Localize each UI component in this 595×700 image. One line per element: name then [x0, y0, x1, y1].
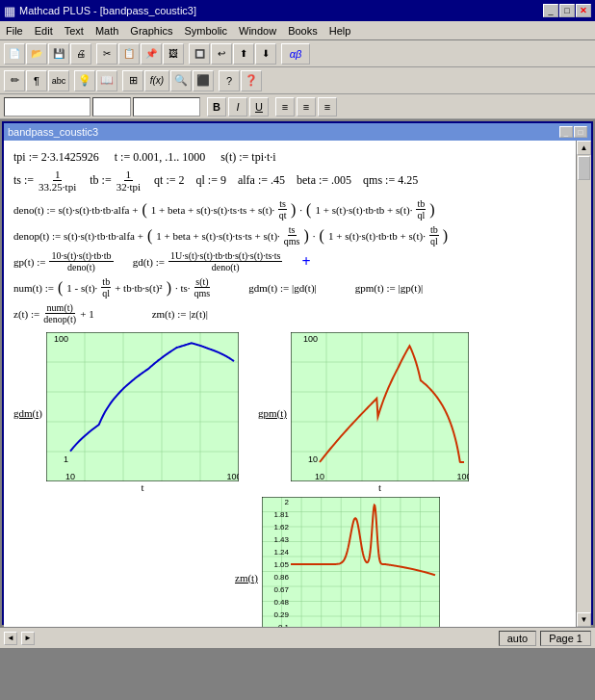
close-btn[interactable]: ✕ [576, 4, 591, 17]
tb-paste[interactable]: 📌 [141, 43, 162, 65]
format-italic[interactable]: I [228, 97, 247, 117]
formula-qt: qt := 2 [154, 173, 184, 188]
status-mode: auto [499, 631, 536, 646]
format-align-center[interactable]: ≡ [297, 97, 316, 117]
tb2-paragraph[interactable]: ¶ [26, 70, 47, 91]
scroll-left-btn[interactable]: ◄ [4, 632, 17, 645]
font-name-box[interactable] [4, 97, 91, 117]
tb2-fx[interactable]: f(x) [144, 70, 169, 91]
scroll-up-arrow[interactable]: ▲ [577, 141, 591, 155]
tb-copy[interactable]: 📋 [118, 43, 140, 65]
gdm-y-label: gdm(t) [13, 407, 42, 419]
tb-cut[interactable]: ✂ [96, 43, 117, 65]
gdm-chart-canvas [46, 332, 239, 481]
menu-graphics[interactable]: Graphics [124, 23, 178, 39]
tb-frame[interactable]: 🖼 [163, 43, 184, 65]
format-underline[interactable]: U [249, 97, 269, 117]
inner-maximize[interactable]: □ [574, 126, 587, 138]
formula-row-gp-gd: gp(t) := 10·s(t)·s(t)·tb·tb deno(t) gd(t… [13, 250, 533, 272]
formula-qms: qms := 4.25 [363, 173, 418, 188]
menu-text[interactable]: Text [59, 23, 90, 39]
tb-up[interactable]: ⬆ [233, 43, 254, 65]
scroll-thumb[interactable] [578, 156, 590, 180]
font-style-box[interactable] [133, 97, 200, 117]
status-bar: ◄ ► auto Page 1 [0, 627, 595, 648]
inner-title-text: bandpass_coustic3 [8, 126, 98, 138]
title-bar: ▦ Mathcad PLUS - [bandpass_coustic3] _ □… [0, 0, 595, 21]
menu-help[interactable]: Help [323, 23, 357, 39]
formula-alfa: alfa := .45 [238, 173, 285, 188]
formula-row-2: ts := 1 33.25·tpi tb := 1 32·tpi [13, 169, 533, 193]
scroll-right-btn[interactable]: ► [21, 632, 35, 645]
gdm-x-label: t [46, 481, 239, 493]
zm-y-label: zm(t) [235, 572, 258, 583]
tb2-help1[interactable]: ? [219, 70, 240, 91]
toolbar1: 📄 📂 💾 🖨 ✂ 📋 📌 🖼 🔲 ↩ ⬆ ⬇ αβ [0, 40, 595, 67]
formula-t: t := 0.001, .1.. 1000 [115, 150, 205, 165]
tb2-matrix[interactable]: ⊞ [122, 70, 143, 91]
formula-row-denop: denop(t) := s(t)·s(t)·tb·tb·alfa + ( 1 +… [13, 224, 533, 246]
formula-tpi: tpi := 2·3.1425926 [13, 150, 99, 165]
gpm-chart-canvas [291, 332, 469, 481]
tb2-zoom[interactable]: 🔍 [170, 70, 192, 91]
menu-file[interactable]: File [0, 23, 29, 39]
chart-gdm: gdm(t) t [13, 332, 239, 493]
gpm-y-label: gpm(t) [258, 407, 287, 419]
formula-row-num: num(t) := ( 1 - s(t)· tb ql + tb·tb·s(t)… [13, 276, 533, 298]
tb-print[interactable]: 🖨 [70, 43, 91, 65]
tb-alpha[interactable]: αβ [281, 43, 310, 65]
toolbar3: B I U ≡ ≡ ≡ [0, 94, 595, 119]
formula-beta: beta := .005 [297, 173, 351, 188]
inner-title-bar: bandpass_coustic3 _ □ [4, 123, 591, 141]
tb2-text-box[interactable]: abc [48, 70, 69, 91]
scrollbar-vertical[interactable]: ▲ ▼ [576, 141, 591, 627]
format-align-left[interactable]: ≡ [275, 97, 295, 117]
formula-row-z: z(t) := num(t) denop(t) + 1 zm(t) := |z(… [13, 302, 533, 324]
document-content: ▲ ▼ tpi := 2·3.1425926 t := 0.001, .1.. … [4, 141, 591, 627]
format-align-right[interactable]: ≡ [318, 97, 337, 117]
math-workspace: tpi := 2·3.1425926 t := 0.001, .1.. 1000… [4, 141, 553, 627]
chart-zm: zm(t) t [235, 497, 440, 627]
menu-window[interactable]: Window [233, 23, 282, 39]
tb2-help2[interactable]: ❓ [241, 70, 262, 91]
tb-save[interactable]: 💾 [48, 43, 69, 65]
tb-down[interactable]: ⬇ [255, 43, 276, 65]
formula-row-1: tpi := 2·3.1425926 t := 0.001, .1.. 1000… [13, 150, 533, 165]
tb2-lightbulb[interactable]: 💡 [74, 70, 95, 91]
font-size-box[interactable] [92, 97, 131, 117]
format-bold[interactable]: B [207, 97, 226, 117]
menu-books[interactable]: Books [282, 23, 323, 39]
toolbar2: ✏ ¶ abc 💡 📖 ⊞ f(x) 🔍 ⬛ ? ❓ [0, 67, 595, 94]
tb2-embed[interactable]: ⬛ [193, 70, 214, 91]
tb-new[interactable]: 📄 [4, 43, 25, 65]
minimize-btn[interactable]: _ [543, 4, 558, 17]
maximize-btn[interactable]: □ [559, 4, 575, 17]
chart-gpm: gpm(t) t [258, 332, 469, 493]
formula-ts: ts := 1 33.25·tpi [13, 169, 78, 193]
charts-area: gdm(t) t [13, 332, 533, 493]
gpm-x-label: t [291, 481, 469, 493]
tb-undo[interactable]: ↩ [211, 43, 232, 65]
tb2-book[interactable]: 📖 [96, 70, 117, 91]
title-controls: _ □ ✕ [543, 4, 591, 17]
tb-open[interactable]: 📂 [26, 43, 47, 65]
charts-row2: zm(t) t [13, 497, 533, 627]
title-text: ▦ Mathcad PLUS - [bandpass_coustic3] [4, 4, 196, 18]
tb-calc[interactable]: 🔲 [189, 43, 210, 65]
scroll-down-arrow[interactable]: ▼ [577, 612, 591, 627]
inner-minimize[interactable]: _ [559, 126, 573, 138]
menu-symbolic[interactable]: Symbolic [178, 23, 233, 39]
zm-chart-canvas [262, 497, 440, 627]
formula-st: s(t) := tpi·t·i [220, 150, 275, 165]
tb2-insert-text[interactable]: ✏ [4, 70, 25, 91]
menu-edit[interactable]: Edit [29, 23, 59, 39]
menu-math[interactable]: Math [90, 23, 124, 39]
status-page: Page 1 [540, 631, 591, 646]
menu-bar: File Edit Text Math Graphics Symbolic Wi… [0, 21, 595, 40]
formula-ql: ql := 9 [195, 173, 225, 188]
formula-row-deno: deno(t) := s(t)·s(t)·tb·tb·alfa + ( 1 + … [13, 198, 533, 220]
formula-tb: tb := 1 32·tpi [90, 169, 142, 193]
